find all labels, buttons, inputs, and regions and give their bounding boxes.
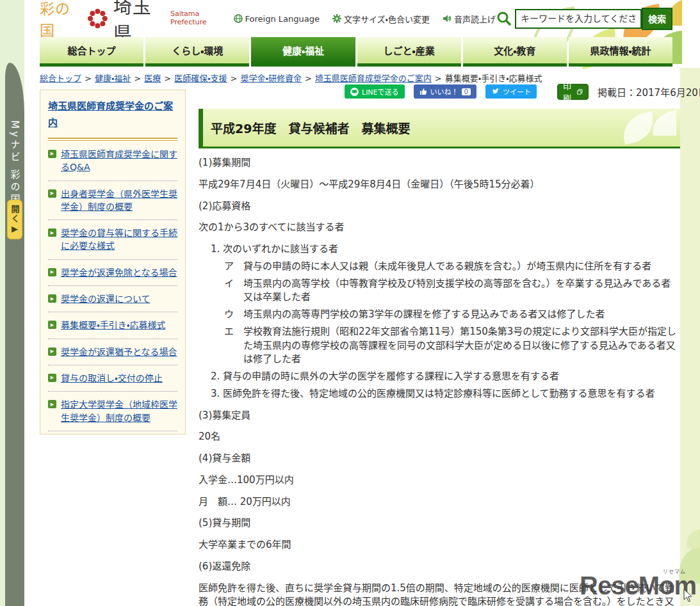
section-body: 大学卒業までの6年間	[199, 538, 680, 552]
sidebar-item-henkan-menjo[interactable]: ▶ 奨学金が返還免除となる場合	[48, 260, 177, 286]
tab-kensei-joho[interactable]: 県政情報・統計	[569, 37, 672, 67]
breadcrumb-link[interactable]: 医師確保・支援	[174, 74, 227, 83]
gear-icon	[332, 14, 341, 23]
eligibility-subitem: ウ 埼玉県内の高等専門学校の第3学年の課程を修了する見込みである者又は修了した者	[224, 308, 680, 322]
globe-icon	[234, 14, 243, 23]
eligibility-subitem: ア 貸与の申請の時に本人又は親（未成年後見人である親族を含む。）が埼玉県内に住所…	[224, 260, 680, 274]
section-heading: (5)貸与期間	[199, 516, 680, 530]
tweet-button[interactable]: ツイート	[485, 84, 537, 99]
arrow-bullet-icon: ▶	[48, 400, 56, 408]
eligibility-item: 次のいずれかに該当する者 ア 貸与の申請の時に本人又は親（未成年後見人である親族…	[223, 243, 680, 367]
global-nav: 総合トップ くらし・環境 健康・福祉 しごと・産業 文化・教育 県政情報・統計	[40, 37, 672, 67]
print-button[interactable]: 印刷	[557, 84, 589, 100]
search-input[interactable]	[515, 9, 642, 29]
thumbs-up-icon	[419, 88, 427, 95]
tab-sougou-top[interactable]: 総合トップ	[40, 37, 143, 67]
breadcrumb-separator: >	[305, 74, 312, 83]
section-body: 20名	[199, 430, 680, 444]
sainokuni-flower-icon	[86, 6, 109, 31]
section-heading: (6)返還免除	[199, 560, 680, 574]
arrow-bullet-icon: ▶	[48, 347, 56, 356]
foreign-language-link[interactable]: Foreign Language	[234, 14, 320, 24]
arrow-bullet-icon: ▶	[48, 294, 56, 303]
section-body: 平成29年7月4日（火曜日）～平成29年8月4日（金曜日）（午後5時15分必着）	[199, 178, 680, 192]
sidebar-item-youshiki[interactable]: ▶ 奨学金の貸与等に関する手続に必要な様式	[48, 220, 177, 260]
logo-prefix-text: 彩の国	[40, 0, 82, 40]
breadcrumb-link[interactable]: 医療	[144, 74, 161, 83]
arrow-bullet-icon: ▶	[48, 321, 56, 329]
sidebar-item-shusshinsha[interactable]: ▶ 出身者奨学金（県外医学生奨学金）制度の概要	[48, 181, 177, 221]
text-to-speech-link[interactable]: 音声読上げ	[443, 13, 496, 25]
breadcrumb-link[interactable]: 総合トップ	[40, 74, 81, 83]
page-title: 平成29年度 貸与候補者 募集概要	[199, 109, 680, 148]
search-button[interactable]: 検索	[642, 8, 672, 30]
sidebar-item-qa[interactable]: ▶ 埼玉県医師育成奨学金に関するQ&A	[48, 141, 177, 181]
tab-shigoto-sangyo[interactable]: しごと・産業	[357, 37, 461, 67]
section-body: 入学金…100万円以内	[199, 474, 680, 488]
breadcrumb-link[interactable]: 奨学金・研修資金	[241, 74, 302, 83]
font-size-color-link[interactable]: 文字サイズ・色合い変更	[332, 13, 430, 25]
tab-kurashi-kankyo[interactable]: くらし・環境	[145, 37, 249, 67]
main-content: LINEで送る いいね！ 0 ツイート 印刷 掲載日：2017年6月20日 平成…	[199, 83, 680, 606]
section-heading: (2)応募資格	[199, 200, 680, 214]
share-toolbar: LINEで送る いいね！ 0 ツイート 印刷 掲載日：2017年6月20日	[199, 83, 680, 100]
breadcrumb-separator: >	[231, 74, 238, 83]
mynavi-open-button[interactable]: 開く▶	[7, 200, 22, 239]
arrow-bullet-icon: ▶	[48, 189, 56, 198]
mynavi-side-tab-label: Myナビ 彩の国	[8, 120, 22, 206]
breadcrumb-link[interactable]: 埼玉県医師育成奨学金のご案内	[315, 74, 432, 83]
printer-icon	[577, 88, 583, 96]
mynavi-side-tab[interactable]: Myナビ 彩の国 開く▶	[5, 63, 24, 606]
sidebar-menu: 埼玉県医師育成奨学金のご案内 ▶ 埼玉県医師育成奨学金に関するQ&A ▶ 出身者…	[40, 90, 186, 435]
line-icon	[350, 88, 359, 96]
section-heading: (4)貸与金額	[199, 452, 680, 466]
speaker-icon	[443, 14, 452, 23]
eligibility-item: 医師免許を得た後、特定地域の公的医療機関又は特定診療科等に医師として勤務する意思…	[223, 387, 680, 401]
prefecture-name-en: Saitama Prefecture	[170, 10, 207, 26]
arrow-bullet-icon: ▶	[48, 374, 56, 382]
right-background-strip	[680, 68, 700, 606]
breadcrumb-separator: >	[85, 74, 92, 83]
site-search: 検索	[496, 8, 672, 30]
breadcrumb-separator: >	[435, 74, 442, 83]
line-share-button[interactable]: LINEで送る	[345, 84, 405, 99]
leaf-decoration	[587, 109, 676, 145]
arrow-bullet-icon: ▶	[48, 268, 56, 276]
tab-bunka-kyoiku[interactable]: 文化・教育	[463, 37, 567, 67]
eligibility-item: 貸与の申請の時に県外の大学の医学を履修する課程に入学する意思を有する者	[223, 370, 680, 384]
eligibility-list: 次のいずれかに該当する者 ア 貸与の申請の時に本人又は親（未成年後見人である親族…	[209, 243, 680, 401]
like-count-badge: 0	[462, 88, 471, 95]
sidebar-title-link[interactable]: 埼玉県医師育成奨学金のご案内	[48, 99, 177, 131]
twitter-icon	[491, 88, 500, 95]
breadcrumb-current: 募集概要・手引き・応募様式	[445, 74, 542, 83]
sidebar-item-boshu-gaiyo[interactable]: ▶ 募集概要・手引き・応募様式	[48, 312, 177, 339]
arrow-bullet-icon: ▶	[48, 228, 56, 237]
breadcrumb-separator: >	[164, 74, 171, 83]
sidebar-item-henkan[interactable]: ▶ 奨学金の返還について	[48, 286, 177, 312]
sidebar-item-torikeshi[interactable]: ▶ 貸与の取消し・交付の停止	[48, 365, 177, 392]
section-body: 月 額… 20万円以内	[199, 495, 680, 509]
breadcrumb-link[interactable]: 健康・福祉	[95, 74, 131, 83]
section-body: 次の1から3のすべてに該当する者	[199, 221, 680, 235]
eligibility-sublist: ア 貸与の申請の時に本人又は親（未成年後見人である親族を含む。）が埼玉県内に住所…	[223, 260, 680, 367]
eligibility-subitem: エ 学校教育法施行規則（昭和22年文部省令第11号）第150条第3号の規定により…	[224, 325, 680, 367]
breadcrumb: 総合トップ>健康・福祉>医療>医師確保・支援>奨学金・研修資金>埼玉県医師育成奨…	[40, 72, 677, 84]
eligibility-subitem: イ 埼玉県内の高等学校（中等教育学校及び特別支援学校の高等部を含む。）を卒業する…	[224, 277, 680, 305]
section-heading: (1)募集期間	[199, 156, 680, 170]
facebook-like-button[interactable]: いいね！ 0	[414, 84, 476, 99]
arrow-bullet-icon: ▶	[48, 150, 56, 158]
breadcrumb-separator: >	[134, 74, 141, 83]
sidebar-divider	[48, 138, 177, 141]
section-heading: (3)募集定員	[199, 409, 680, 423]
sidebar-item-henkan-yuyo[interactable]: ▶ 奨学金が返還猶予となる場合	[48, 339, 177, 365]
section-body: 医師免許を得た後、直ちに奨学金貸与期間の1.5倍の期間、特定地域の公的医療機関に…	[199, 582, 680, 606]
article-body: (1)募集期間 平成29年7月4日（火曜日）～平成29年8月4日（金曜日）（午後…	[199, 156, 680, 606]
search-icon	[496, 10, 512, 27]
site-header: 彩の国 埼玉県 Saitama Prefecture Foreign Langu…	[40, 0, 672, 37]
posted-date: 掲載日：2017年6月20日	[598, 85, 700, 99]
sidebar-item-shitei-daigaku[interactable]: ▶ 指定大学奨学金（地域枠医学生奨学金）制度の概要	[48, 392, 177, 431]
tab-kenko-fukushi[interactable]: 健康・福祉	[251, 37, 355, 67]
header-utilities: Foreign Language 文字サイズ・色合い変更 音声読上げ	[234, 13, 496, 25]
